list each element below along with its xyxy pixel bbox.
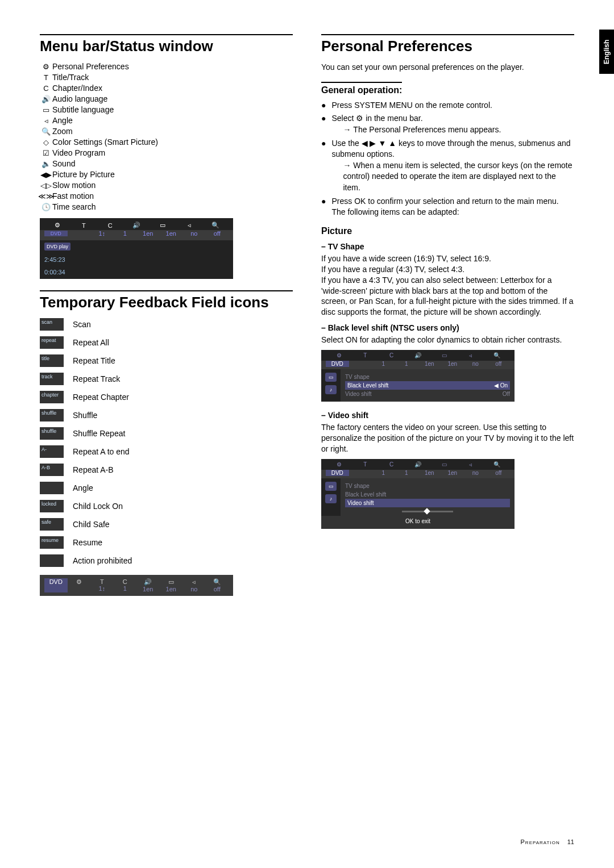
black-level-heading: – Black level shift (NTSC users only): [321, 323, 574, 332]
menubar-item: ◃Angle: [40, 116, 293, 125]
menubar-item-icon: 🕓: [40, 203, 52, 211]
menubar-item-icon: ▭: [40, 106, 52, 114]
menubar-item: ≪≫Fast motion: [40, 191, 293, 201]
pref-osd-row2-cell: off: [487, 470, 511, 476]
osd-top-cell: 🔊: [123, 222, 150, 229]
pref-osd-top-cell: ◃: [457, 352, 483, 358]
video-shift-body: The factory centers the video on your sc…: [321, 422, 574, 454]
pref-osd-row2-cell: 1: [395, 361, 418, 367]
menubar-item-label: Audio language: [52, 94, 107, 103]
menubar-item-label: Title/Track: [52, 73, 89, 82]
feedback-row: resumeResume: [40, 536, 293, 549]
menubar-item: 🕓Time search: [40, 202, 293, 211]
bullet-2: Select ⚙ in the menu bar.: [331, 113, 501, 124]
menubar-item: ◀▶Picture by Picture: [40, 170, 293, 179]
pref-osd-row2-cell: no: [464, 470, 487, 476]
pref-osd-row2-cell: 1en: [418, 470, 441, 476]
menubar-list: ⚙Personal PreferencesTTitle/TrackCChapte…: [40, 62, 293, 211]
status-window-osd: ⚙TC🔊▭◃🔍 DVD1↕11en1ennooff DVD play 2:45:…: [40, 218, 233, 279]
feedback-label: Repeat All: [73, 338, 109, 347]
osd-mid-cell: 1en: [160, 230, 183, 237]
pref-osd-top-cell: 🔊: [405, 352, 431, 358]
pref-osd-top-cell: ▭: [431, 352, 457, 358]
pref-osd-side-icon: ♪: [325, 385, 337, 394]
pref-osd-row2-cell: [349, 361, 372, 367]
strip-cell: ◃no: [182, 578, 206, 592]
pref-osd-option: TV shape: [345, 482, 510, 490]
osd-top-cell: C: [97, 222, 123, 229]
strip-cell: 🔍off: [206, 578, 229, 592]
menubar-item: ☑Video Program: [40, 148, 293, 157]
personal-prefs-heading: Personal Preferences: [321, 34, 574, 55]
black-level-body: Select ON for adapting the color dynamic…: [321, 335, 574, 345]
feedback-icon: chapter: [40, 391, 64, 403]
pref-osd-option: Black Level shift◀ On: [345, 381, 510, 390]
feedback-row: trackRepeat Track: [40, 373, 293, 385]
pref-osd-side-icon: ▭: [325, 482, 337, 491]
osd-mid-cell: 1en: [136, 230, 160, 237]
osd-top-cell: T: [70, 222, 97, 229]
bullet-3: Use the ◀ ▶ ▼ ▲ keys to move through the…: [331, 138, 574, 160]
bottom-menubar-strip: DVD⚙T1↕C1🔊1en▭1en◃no🔍off: [40, 575, 233, 596]
strip-dvd: DVD: [44, 578, 68, 592]
menubar-item-label: Fast motion: [52, 191, 94, 201]
feedback-row: titleRepeat Title: [40, 354, 293, 367]
menubar-item-label: Picture by Picture: [52, 170, 115, 179]
osd-time-elapsed: 0:00:34: [44, 269, 65, 276]
menubar-item-icon: ☑: [40, 149, 52, 157]
feedback-label: Angle: [73, 483, 93, 493]
menubar-item-label: Sound: [52, 159, 75, 168]
pref-osd-top-cell: 🔍: [484, 461, 510, 468]
feedback-row: Action prohibited: [40, 554, 293, 567]
pref-osd-top-cell: 🔊: [405, 461, 431, 468]
feedback-row: repeatRepeat All: [40, 336, 293, 349]
feedback-label: Shuffle: [73, 411, 97, 420]
language-tab: English: [599, 30, 614, 74]
bullet-4-after: The following items can be adapted:: [331, 207, 558, 218]
menubar-item-label: Personal Preferences: [52, 62, 129, 71]
intro-text: You can set your own personal preference…: [321, 62, 574, 73]
osd-mid-cell: 1: [114, 230, 137, 237]
feedback-icon: shuffle: [40, 409, 64, 422]
pref-osd-side-icon: ♪: [325, 494, 337, 503]
feedback-label: Action prohibited: [73, 556, 132, 565]
feedback-row: Angle: [40, 482, 293, 494]
feedback-icon: track: [40, 373, 64, 385]
menubar-item: ⚙Personal Preferences: [40, 62, 293, 71]
menubar-item-icon: C: [40, 84, 52, 93]
feedback-list: scanScanrepeatRepeat AlltitleRepeat Titl…: [40, 318, 293, 567]
osd-top-cell: ▭: [150, 222, 176, 229]
pref-osd-side-icon: ▭: [325, 373, 337, 382]
feedback-icon: [40, 482, 64, 494]
menubar-item-label: Video Program: [52, 148, 105, 157]
feedback-icon: [40, 554, 64, 567]
feedback-row: lockedChild Lock On: [40, 500, 293, 512]
feedback-heading: Temporary Feedback Field icons: [40, 290, 293, 311]
pref-osd-option: Video shift: [345, 499, 510, 507]
tv-shape-heading: – TV Shape: [321, 242, 574, 251]
pref-osd-row2-cell: no: [464, 361, 487, 367]
right-column: Personal Preferences You can set your ow…: [321, 34, 574, 596]
pref-osd-row2-cell: [349, 470, 372, 476]
menubar-item-label: Subtitle language: [52, 105, 114, 114]
feedback-icon: safe: [40, 518, 64, 531]
feedback-icon: repeat: [40, 336, 64, 349]
video-shift-heading: – Video shift: [321, 411, 574, 420]
menubar-item: CChapter/Index: [40, 84, 293, 93]
pref-osd-row2-cell: 1: [372, 361, 395, 367]
menubar-item-icon: 🔈: [40, 160, 52, 168]
menubar-item-icon: 🔊: [40, 95, 52, 103]
general-operation-heading: General operation:: [321, 82, 402, 95]
menubar-item-label: Chapter/Index: [52, 84, 102, 93]
feedback-row: A-BRepeat A-B: [40, 464, 293, 476]
feedback-row: shuffleShuffle: [40, 409, 293, 422]
menubar-item: 🔍Zoom: [40, 127, 293, 136]
osd-dvd-label: DVD: [44, 231, 68, 236]
menubar-item-icon: ⚙: [40, 62, 52, 71]
feedback-row: safeChild Safe: [40, 518, 293, 531]
menubar-item-label: Angle: [52, 116, 73, 125]
bullet-2-result: The Personal Preferences menu appears.: [331, 124, 501, 136]
strip-cell: ⚙: [68, 578, 91, 592]
pref-osd-option: TV shape: [345, 373, 510, 381]
strip-cell: ▭1en: [160, 578, 183, 592]
